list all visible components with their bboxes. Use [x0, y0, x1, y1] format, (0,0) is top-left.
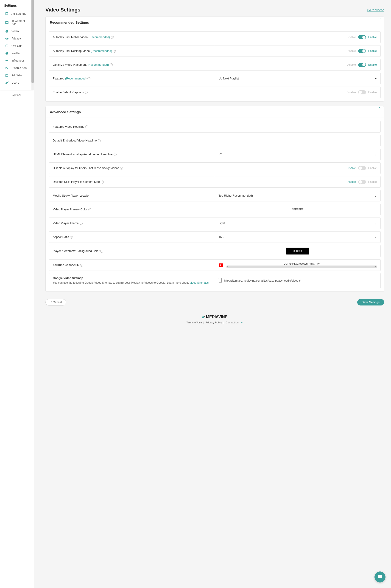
featured-row: Featured (Recommended) i Up Next Playlis… — [49, 73, 381, 84]
sidebar-item-label: Ad Setup — [11, 74, 23, 77]
info-icon[interactable]: i — [111, 36, 114, 39]
disable-autoplay-close-toggle[interactable] — [358, 166, 366, 170]
privacy-icon — [5, 37, 9, 40]
featured-headline-row: Featured Video Headline i — [49, 121, 381, 133]
info-icon[interactable]: i — [85, 91, 88, 94]
video-icon — [5, 29, 9, 33]
sidebar-item-video[interactable]: Video — [0, 27, 34, 35]
svg-line-12 — [6, 67, 8, 69]
info-icon[interactable]: i — [70, 236, 73, 239]
optimize-placement-row: Optimize Video Placement (Recommended) i… — [49, 59, 381, 71]
sidebar-item-label: In-Content Ads — [11, 19, 30, 26]
info-icon[interactable]: i — [110, 63, 113, 66]
info-icon[interactable]: i — [101, 180, 104, 183]
default-captions-row: Enable Default Captions i DisableEnable — [49, 87, 381, 98]
optimize-placement-toggle[interactable] — [358, 63, 366, 67]
featured-headline-input[interactable] — [219, 125, 377, 128]
mobile-sticky-location-select[interactable]: Top Right (Recommended)⌄ — [219, 194, 377, 197]
collapse-advanced-button[interactable] — [375, 106, 384, 110]
info-icon[interactable]: i — [88, 77, 91, 80]
chevron-down-icon: ⌄ — [375, 194, 377, 197]
info-icon[interactable]: i — [88, 208, 91, 211]
sidebar-item-users[interactable]: Users — [0, 79, 34, 86]
default-embedded-headline-row: Default Embedded Video Headline i — [49, 135, 381, 146]
sidebar-item-label: Disable Ads — [11, 66, 27, 70]
sitemap-description: You can use the following Google Video S… — [53, 281, 211, 285]
sidebar-scrollbar[interactable] — [31, 0, 34, 90]
svg-point-5 — [6, 38, 7, 39]
sidebar-item-ad-settings[interactable]: Ad Settings — [0, 10, 34, 17]
chevron-down-icon: ⌄ — [375, 235, 377, 239]
sidebar-back-button[interactable]: ◀Back — [0, 91, 34, 99]
info-icon[interactable]: i — [113, 153, 116, 156]
autoplay-mobile-toggle[interactable] — [358, 35, 366, 39]
letterbox-color-input[interactable]: 000000 — [286, 248, 309, 255]
video-sitemaps-link[interactable]: Video Sitemaps — [190, 281, 209, 284]
desktop-stick-content-row: Desktop Stick Player to Content Side i D… — [49, 176, 381, 188]
desktop-stick-content-toggle[interactable] — [358, 180, 366, 184]
info-icon[interactable]: i — [120, 167, 123, 170]
chat-support-button[interactable] — [375, 572, 386, 583]
html-element-select[interactable]: h2⌄ — [219, 153, 377, 156]
cancel-button[interactable]: 〈Cancel — [45, 299, 66, 305]
users-icon — [5, 81, 9, 85]
main-content: Video Settings Go to Videos Recommended … — [34, 0, 391, 588]
theme-select[interactable]: Light⌄ — [219, 222, 377, 225]
ad-setup-icon — [5, 73, 9, 77]
info-icon[interactable]: i — [80, 222, 83, 225]
privacy-link[interactable]: Privacy Policy — [205, 321, 222, 324]
page-title: Video Settings — [45, 7, 80, 13]
save-settings-button[interactable]: Save Settings — [357, 299, 384, 305]
go-to-videos-link[interactable]: Go to Videos — [367, 8, 384, 12]
terms-link[interactable]: Terms of Use — [186, 321, 202, 324]
chevron-left-icon: 〈 — [50, 301, 52, 304]
info-icon[interactable]: i — [85, 125, 88, 128]
chevron-down-icon: ⌄ — [375, 222, 377, 225]
sidebar-item-label: Ad Settings — [11, 12, 26, 15]
sidebar-item-label: Influencer — [11, 59, 24, 62]
sitemap-title: Google Video Sitemap — [53, 277, 211, 280]
info-icon[interactable]: i — [80, 264, 83, 267]
aspect-ratio-select[interactable]: 16:9⌄ — [219, 235, 377, 239]
sidebar-item-privacy[interactable]: Privacy — [0, 35, 34, 42]
svg-point-15 — [7, 82, 8, 83]
sidebar-item-in-content-ads[interactable]: In-Content Ads — [0, 17, 34, 27]
primary-color-value[interactable]: #FFFFFF — [292, 208, 303, 211]
svg-rect-1 — [5, 21, 8, 23]
disable-ads-icon — [5, 66, 9, 70]
autoplay-mobile-row: Autoplay First Mobile Video (Recommended… — [49, 31, 381, 43]
autoplay-desktop-row: Autoplay First Desktop Video (Recommende… — [49, 45, 381, 57]
profile-icon — [5, 51, 9, 55]
default-captions-toggle[interactable] — [358, 90, 366, 94]
youtube-channel-row: YouTube Channel ID i UCHtsokLd2toaoWuPVg… — [49, 259, 381, 271]
youtube-icon — [219, 264, 223, 267]
sitemap-url[interactable]: http://sitemaps.mediavine.com/sites/easy… — [224, 279, 301, 282]
youtube-channel-id[interactable]: UCHtsokLd2toaoWuPVga7_iw — [226, 262, 377, 265]
autoplay-desktop-toggle[interactable] — [358, 49, 366, 53]
copy-icon[interactable] — [219, 279, 222, 283]
sidebar-title: Settings — [0, 0, 34, 10]
advanced-settings-card: Advanced Settings Featured Video Headlin… — [45, 106, 384, 292]
sidebar-item-label: Privacy — [11, 37, 21, 40]
sidebar-item-influencer[interactable]: Influencer — [0, 57, 34, 64]
info-icon[interactable]: i — [98, 139, 101, 142]
footer: ///°MEDIAVINE Terms of Use | Privacy Pol… — [45, 311, 384, 331]
letterbox-row: Player "Letterbox" Background Color i 00… — [49, 245, 381, 257]
info-icon[interactable]: i — [113, 50, 116, 53]
youtube-scrollbar[interactable] — [226, 266, 377, 268]
featured-select[interactable]: Up Next Playlist — [219, 77, 377, 80]
info-icon[interactable]: i — [100, 250, 103, 253]
sidebar-item-disable-ads[interactable]: Disable Ads — [0, 64, 34, 72]
sidebar-item-profile[interactable]: Profile — [0, 50, 34, 57]
contact-link[interactable]: Contact Us — [226, 321, 239, 324]
sidebar: Settings Ad Settings In-Content Ads Vide… — [0, 0, 34, 588]
opt-out-icon — [5, 44, 9, 48]
sidebar-item-label: Profile — [11, 52, 19, 55]
default-embedded-headline-input[interactable] — [219, 139, 377, 142]
sidebar-item-opt-out[interactable]: Opt-Out — [0, 42, 34, 50]
collapse-recommended-button[interactable] — [375, 17, 384, 20]
primary-color-row: Video Player Primary Color i #FFFFFF — [49, 204, 381, 215]
sidebar-item-ad-setup[interactable]: Ad Setup — [0, 72, 34, 79]
html-element-wrap-row: HTML Element to Wrap Auto-Inserted Headl… — [49, 148, 381, 160]
svg-point-9 — [6, 52, 7, 53]
